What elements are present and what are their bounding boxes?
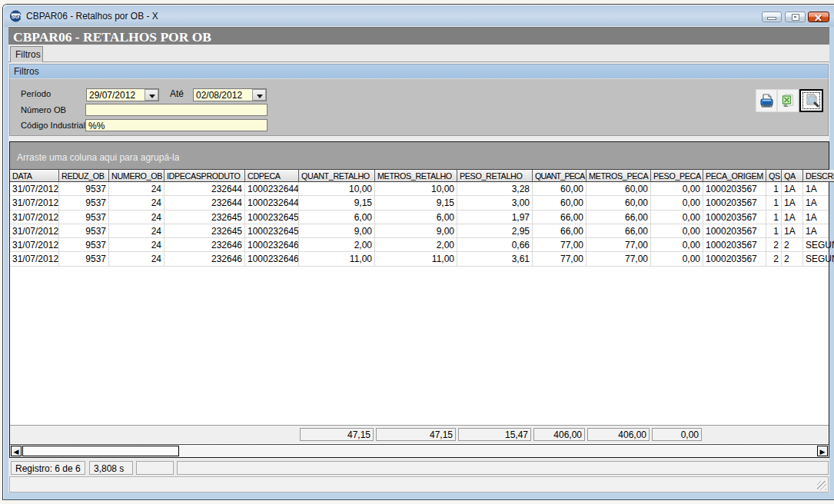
svg-text:SGT: SGT <box>12 14 22 19</box>
